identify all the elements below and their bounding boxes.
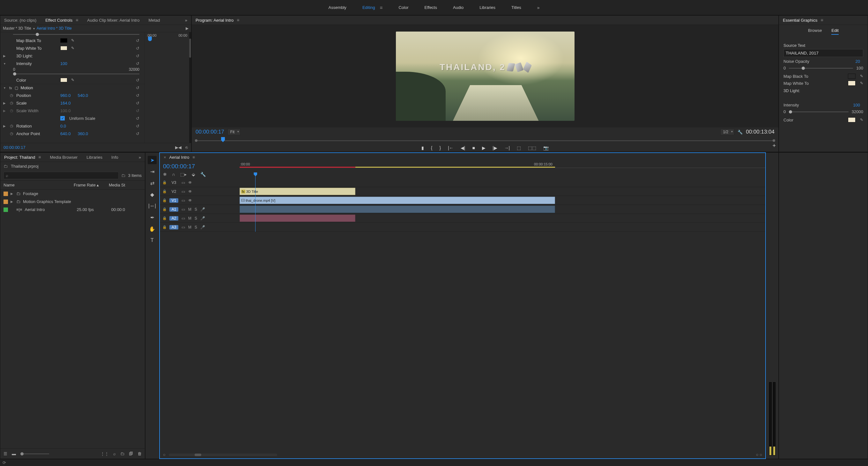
reset-icon[interactable]: ↺ xyxy=(136,131,143,136)
timeline-track-area[interactable]: fx3D Title 🎞thai_drone.mp4 [V] xyxy=(240,178,765,232)
workspace-libraries[interactable]: Libraries xyxy=(479,5,495,10)
stopwatch-icon[interactable]: ◷ xyxy=(9,131,14,136)
program-video-frame[interactable]: THAILAND, 2 xyxy=(396,32,575,121)
anchor-x[interactable]: 640.0 xyxy=(60,131,71,136)
map-black-swatch[interactable] xyxy=(60,38,67,43)
tab-source[interactable]: Source: (no clips) xyxy=(4,18,36,23)
timeline-zoom-scrollbar[interactable] xyxy=(169,454,277,456)
source-tabs-overflow-icon[interactable]: » xyxy=(185,18,187,23)
eyedropper-icon[interactable]: ✎ xyxy=(71,46,74,51)
mark-in-button[interactable]: { xyxy=(431,145,433,151)
selection-tool[interactable]: ➤ xyxy=(148,156,157,164)
chevron-down-icon[interactable]: ▾ xyxy=(33,27,35,30)
reset-icon[interactable]: ↺ xyxy=(136,124,143,128)
stopwatch-icon[interactable]: ◷ xyxy=(9,93,14,98)
project-tab[interactable]: Project: Thailand xyxy=(4,155,35,160)
program-scrubber[interactable] xyxy=(192,136,778,143)
add-marker-button[interactable]: ▮ xyxy=(422,145,424,151)
new-bin-icon[interactable]: 🗀 xyxy=(121,173,125,178)
workspace-color[interactable]: Color xyxy=(398,5,408,10)
bin-footage[interactable]: ▶ 🗀 Footage xyxy=(0,190,145,198)
play-button[interactable]: ▶ xyxy=(482,145,486,151)
timeline-menu-icon[interactable]: ≡ xyxy=(192,155,195,160)
clip-video[interactable]: 🎞thai_drone.mp4 [V] xyxy=(240,197,555,204)
export-icon[interactable]: ⎋ xyxy=(185,145,188,150)
workspace-menu-icon[interactable]: ≡ xyxy=(380,5,383,10)
lift-button[interactable]: ⬚ xyxy=(517,145,521,151)
info-tab[interactable]: Info xyxy=(111,155,118,160)
reset-icon[interactable]: ↺ xyxy=(136,54,143,58)
stop-button[interactable]: ■ xyxy=(472,145,475,151)
rotation-value[interactable]: 0.0 xyxy=(60,124,66,128)
position-x[interactable]: 960.0 xyxy=(60,93,71,98)
scale-value[interactable]: 164.0 xyxy=(60,101,71,105)
effect-timeline[interactable]: :00:00 00:00 xyxy=(145,32,189,143)
workspace-effects[interactable]: Effects xyxy=(424,5,437,10)
find-icon[interactable]: ⌕ xyxy=(113,451,116,456)
track-a1-header[interactable]: 🔒A1▭MS🎤 xyxy=(160,205,240,214)
color-swatch[interactable] xyxy=(60,78,67,82)
timeline-ruler[interactable]: :00:00 00:00:15:00 xyxy=(240,162,765,168)
intensity-value[interactable]: 100 xyxy=(60,61,67,66)
track-a3-header[interactable]: 🔒A3▭MS🎤 xyxy=(160,223,240,232)
sync-icon[interactable]: ⟳ xyxy=(3,460,6,465)
intensity-slider[interactable] xyxy=(13,74,140,74)
effect-controls-timecode[interactable]: 00:00:00:17 xyxy=(3,145,26,150)
track-v3-header[interactable]: 🔒V3▭👁 xyxy=(160,178,240,187)
sequence-aerial-intro[interactable]: ≡|≡ Aerial Intro 25.00 fps 00:00:0 xyxy=(0,206,145,213)
stopwatch-icon[interactable]: ◷ xyxy=(9,124,14,128)
track-select-tool[interactable]: ⇥ xyxy=(148,167,157,176)
project-search-input[interactable]: ⌕ xyxy=(3,172,119,179)
eg-intensity-value[interactable]: 100 xyxy=(853,103,860,107)
reset-icon[interactable]: ↺ xyxy=(136,46,143,51)
step-forward-button[interactable]: |▶ xyxy=(493,145,497,151)
col-framerate[interactable]: Frame Rate ▴ xyxy=(74,182,109,188)
efc-playhead[interactable] xyxy=(148,37,152,41)
settings-icon[interactable]: 🔧 xyxy=(200,172,206,177)
type-tool[interactable]: T xyxy=(148,236,157,244)
tab-effect-controls[interactable]: Effect Controls xyxy=(45,18,72,23)
zoom-dropdown[interactable]: Fit xyxy=(227,129,241,135)
reset-icon[interactable]: ↺ xyxy=(136,93,143,98)
list-view-icon[interactable]: ☰ xyxy=(3,451,7,456)
col-mediastart[interactable]: Media St xyxy=(109,182,142,188)
twirl-icon[interactable]: ▶ xyxy=(2,124,7,128)
eg-edit-tab[interactable]: Edit xyxy=(831,28,838,35)
mark-out-button[interactable]: } xyxy=(439,145,441,151)
extract-button[interactable]: ⬚⬚ xyxy=(528,145,536,151)
scroll-bar[interactable] xyxy=(189,32,191,143)
resolution-dropdown[interactable]: 1/2 xyxy=(720,129,735,135)
export-frame-button[interactable]: 📷 xyxy=(543,145,549,151)
insert-mode-icon[interactable]: ❄ xyxy=(163,172,167,177)
program-timecode-in[interactable]: 00:00:00:17 xyxy=(195,129,224,135)
track-a2-header[interactable]: 🔒A2▭MS🎤 xyxy=(160,214,240,223)
eyedropper-icon[interactable]: ✎ xyxy=(860,118,863,122)
col-name[interactable]: Name xyxy=(3,182,74,188)
clip-audio-a1[interactable] xyxy=(240,206,555,213)
new-item-button[interactable]: 🗐 xyxy=(129,451,133,456)
map-white-swatch[interactable] xyxy=(60,46,67,51)
workspace-assembly[interactable]: Assembly xyxy=(329,5,346,10)
workspace-overflow-icon[interactable]: » xyxy=(537,5,540,10)
twirl-icon[interactable]: ▾ xyxy=(2,62,7,65)
active-clip-label[interactable]: Aerial Intro * 3D Title xyxy=(37,26,72,31)
motion-effect-label[interactable]: Motion xyxy=(21,86,62,90)
loop-icon[interactable]: ▶◀ xyxy=(175,145,182,150)
track-v1-header[interactable]: 🔒V1▭👁 xyxy=(160,196,240,205)
libraries-tab[interactable]: Libraries xyxy=(87,155,102,160)
thumbnail-size-slider[interactable] xyxy=(21,454,49,454)
stopwatch-icon[interactable]: ◷ xyxy=(9,101,14,105)
eyedropper-icon[interactable]: ✎ xyxy=(71,38,74,43)
uniform-scale-checkbox[interactable]: ✓ xyxy=(60,116,65,121)
eg-browse-tab[interactable]: Browse xyxy=(808,28,822,35)
wrench-icon[interactable]: 🔧 xyxy=(738,130,743,134)
play-icon[interactable]: ▶ xyxy=(186,26,189,31)
add-button[interactable]: + xyxy=(772,142,776,149)
clip-3d-title[interactable]: fx3D Title xyxy=(240,188,355,195)
noise-opacity-value[interactable]: 20 xyxy=(856,59,860,64)
snap-icon[interactable]: ∩ xyxy=(172,172,175,177)
effect-controls-menu-icon[interactable]: ≡ xyxy=(75,18,78,23)
sequence-name[interactable]: Aerial Intro xyxy=(169,155,189,160)
step-back-button[interactable]: ◀| xyxy=(461,145,465,151)
hand-tool[interactable]: ✋ xyxy=(148,225,157,233)
